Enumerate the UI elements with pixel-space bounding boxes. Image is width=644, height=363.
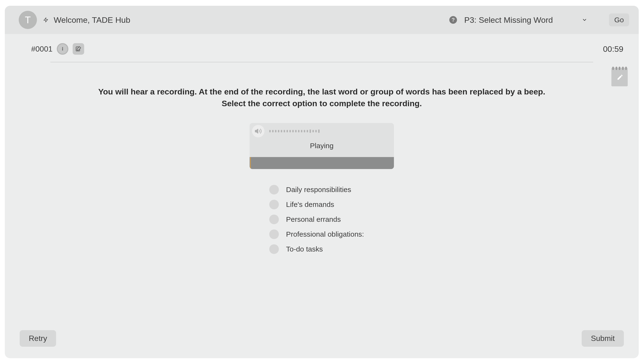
waveform [269,128,390,135]
audio-progress-bar[interactable] [250,157,394,169]
question-prompt: You will hear a recording. At the end of… [94,86,550,110]
help-icon[interactable]: ? [449,16,457,24]
option-2[interactable]: Personal errands [269,214,394,224]
welcome-text: Welcome, TADE Hub [54,15,130,25]
option-0[interactable]: Daily responsibilities [269,185,394,194]
timer: 00:59 [603,44,624,54]
svg-marker-5 [255,129,258,133]
chevron-down-icon [582,17,588,23]
option-label: Life's demands [286,200,334,208]
app-header: T Welcome, TADE Hub ? P3: Select Missing… [5,6,639,34]
svg-marker-0 [44,18,48,22]
speaker-icon[interactable] [252,125,264,138]
radio-icon [269,200,279,209]
radio-icon [269,214,279,224]
question-subbar: #0001 00:59 [5,34,639,58]
info-icon[interactable] [57,43,68,55]
radio-icon [269,230,279,239]
audio-player: Playing [250,123,394,169]
go-button-label: Go [614,16,624,24]
option-label: Personal errands [286,215,341,224]
radio-icon [269,244,279,254]
prompt-line-2: Select the correct option to complete th… [94,98,550,109]
radio-icon [269,185,279,194]
go-button[interactable]: Go [609,14,629,26]
option-label: Daily responsibilities [286,186,351,194]
audio-top [250,123,394,138]
avatar-initial: T [25,15,31,26]
question-id: #0001 [31,44,52,54]
option-label: Professional obligations: [286,230,364,238]
submit-button-label: Submit [591,334,615,342]
prompt-line-1: You will hear a recording. At the end of… [94,86,550,98]
avatar[interactable]: T [19,11,37,29]
option-label: To-do tasks [286,245,323,253]
part-dropdown-label: P3: Select Missing Word [464,15,553,25]
app-frame: T Welcome, TADE Hub ? P3: Select Missing… [5,6,639,358]
retry-button[interactable]: Retry [20,330,56,347]
option-1[interactable]: Life's demands [269,200,394,209]
option-4[interactable]: To-do tasks [269,244,394,254]
part-dropdown[interactable]: P3: Select Missing Word [462,15,590,25]
svg-point-3 [62,47,63,48]
footer: Retry Submit [5,330,639,358]
retry-button-label: Retry [29,334,47,342]
edit-icon[interactable] [73,43,84,55]
question-area: You will hear a recording. At the end of… [5,62,639,330]
bolt-icon [43,17,49,23]
option-3[interactable]: Professional obligations: [269,230,394,239]
submit-button[interactable]: Submit [582,330,624,347]
answer-options: Daily responsibilities Life's demands Pe… [250,185,394,254]
audio-progress-handle[interactable] [250,157,251,169]
audio-status: Playing [250,138,394,157]
